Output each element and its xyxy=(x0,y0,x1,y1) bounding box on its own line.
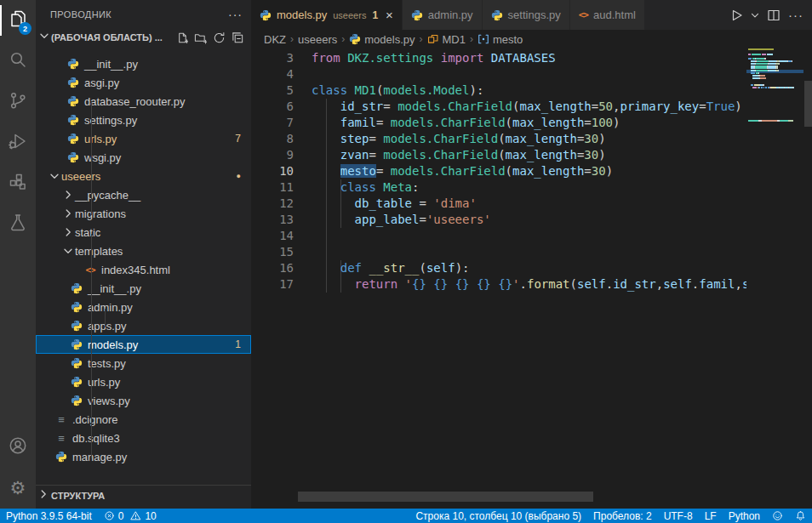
code-line-13: 13 app_label='useeers' xyxy=(251,212,491,228)
tree-item-database_roouter.py[interactable]: database_roouter.py xyxy=(36,92,251,111)
status-feedback[interactable] xyxy=(766,509,789,523)
activity-bar-item-testing[interactable] xyxy=(0,204,36,245)
tree-item-tests.py[interactable]: tests.py xyxy=(36,354,251,372)
status-indentation[interactable]: Пробелов: 2 xyxy=(587,509,658,523)
line-number: 9 xyxy=(251,147,294,163)
tree-item-apps.py[interactable]: apps.py xyxy=(36,316,251,335)
horizontal-scrollbar[interactable] xyxy=(298,492,593,502)
tab-admin.py[interactable]: admin.py xyxy=(403,0,483,30)
breadcrumb-separator: › xyxy=(470,33,473,45)
vertical-scrollbar[interactable] xyxy=(804,81,812,127)
tree-item-label: wsgi.py xyxy=(84,151,121,164)
refresh-icon[interactable] xyxy=(213,31,226,44)
run-python-file-button[interactable] xyxy=(727,5,746,26)
code-text: id_str= models.CharField(max_length=50,p… xyxy=(312,99,742,115)
minimap-line xyxy=(748,58,766,60)
breadcrumb-label: models.py xyxy=(364,33,415,46)
feedback-icon xyxy=(772,510,783,521)
tree-item-__pycache__[interactable]: __pycache__ xyxy=(36,185,251,204)
tab-settings.py[interactable]: settings.py xyxy=(483,0,570,30)
tab-description: useeers xyxy=(333,10,366,20)
error-icon xyxy=(104,510,115,521)
minimap-line xyxy=(748,60,792,62)
activity-bar-item-extensions[interactable] xyxy=(0,163,36,204)
tree-item-index345.html[interactable]: <>index345.html xyxy=(36,260,251,279)
activity-bar-item-explorer[interactable]: 2 xyxy=(0,0,36,41)
tree-item-static[interactable]: static xyxy=(36,223,251,242)
status-problems[interactable]: 010 xyxy=(98,509,163,523)
activity-bar-bottom: ⚙ xyxy=(0,427,36,509)
tree-item-db.sqlite3[interactable]: ≡db.sqlite3 xyxy=(36,429,251,447)
tree-item-manage.py[interactable]: manage.py xyxy=(36,447,251,466)
code-text: return '{} {} {} {} {}'.format(self.id_s… xyxy=(312,276,749,293)
explorer-more-actions-button[interactable]: ··· xyxy=(228,8,243,21)
status-encoding[interactable]: UTF-8 xyxy=(658,509,699,523)
outline-section-header[interactable]: СТРУКТУРА xyxy=(36,485,251,505)
symbol-field-icon xyxy=(477,33,489,45)
minimap-line xyxy=(748,65,778,67)
split-editor-button[interactable] xyxy=(764,5,783,26)
tree-item-templates[interactable]: templates xyxy=(36,242,251,260)
minimap-line xyxy=(748,48,774,50)
tree-item-asgi.py[interactable]: asgi.py xyxy=(36,73,251,92)
tree-item-indexelement[interactable]: ≡indexelement xyxy=(36,47,251,54)
new-file-icon[interactable] xyxy=(175,31,188,44)
activity-badge: 2 xyxy=(19,22,31,35)
collapse-all-icon[interactable] xyxy=(232,31,244,44)
minimap-line xyxy=(748,72,759,74)
status-language-mode[interactable]: Python xyxy=(723,509,766,523)
activity-bar-item-accounts[interactable] xyxy=(0,427,36,468)
activity-bar-item-source-control[interactable] xyxy=(0,82,36,122)
breadcrumb-item-mesto[interactable]: mesto xyxy=(477,33,523,46)
tree-item-.dcignore[interactable]: ≡.dcignore xyxy=(36,410,251,429)
close-icon[interactable]: × xyxy=(386,9,393,21)
python-file-icon xyxy=(66,133,80,145)
status-python-interpreter[interactable]: Python 3.9.5 64-bit xyxy=(0,509,98,523)
tree-item-views.py[interactable]: views.py xyxy=(36,391,251,410)
explorer-title: ПРОВОДНИК xyxy=(50,9,228,20)
workspace-section-header[interactable]: (РАБОЧАЯ ОБЛАСТЬ) ... xyxy=(36,28,251,47)
code-editor[interactable]: 3from DKZ.settings import DATABASES45cla… xyxy=(251,48,812,509)
more-actions-button[interactable]: ··· xyxy=(786,5,805,26)
line-number: 17 xyxy=(251,276,294,293)
tree-item-migrations[interactable]: migrations xyxy=(36,204,251,223)
activity-bar-item-manage[interactable]: ⚙ xyxy=(0,468,36,509)
breadcrumb-item-DKZ[interactable]: DKZ xyxy=(264,33,286,46)
activity-bar-item-search[interactable] xyxy=(0,41,36,82)
code-text: app_label='useeers' xyxy=(312,212,491,228)
tree-item-settings.py[interactable]: settings.py xyxy=(36,111,251,129)
tree-item-__init__.py[interactable]: __init__.py xyxy=(36,279,251,298)
run-dropdown-button[interactable] xyxy=(749,5,761,26)
activity-bar-item-run-and-debug[interactable] xyxy=(0,122,36,163)
breadcrumb-item-models.py[interactable]: models.py xyxy=(349,33,415,46)
testing-icon xyxy=(8,213,28,236)
explorer-header: ПРОВОДНИК ··· xyxy=(36,0,251,28)
tree-item-label: manage.py xyxy=(72,451,127,463)
tab-aud.html[interactable]: <>aud.html xyxy=(570,0,645,30)
tab-models.py[interactable]: models.pyuseeers1× xyxy=(251,0,403,30)
code-text: class MD1(models.Model): xyxy=(312,82,483,99)
status-cursor-position[interactable]: Строка 10, столбец 10 (выбрано 5) xyxy=(409,509,587,523)
line-number: 13 xyxy=(251,212,294,228)
tree-item-wsgi.py[interactable]: wsgi.py xyxy=(36,148,251,167)
minimap-line xyxy=(748,120,793,122)
new-folder-icon[interactable] xyxy=(194,31,207,44)
status-text: Python 3.9.5 64-bit xyxy=(6,510,92,522)
status-eol[interactable]: LF xyxy=(699,509,723,523)
tree-item-label: __pycache__ xyxy=(75,189,140,202)
tree-item-admin.py[interactable]: admin.py xyxy=(36,298,251,316)
tree-item-urls.py[interactable]: urls.py xyxy=(36,372,251,391)
chevron-right-icon xyxy=(61,207,75,220)
breadcrumb-item-useeers[interactable]: useeers xyxy=(298,33,337,46)
minimap[interactable] xyxy=(746,48,803,509)
code-text: step= models.CharField(max_length=30) xyxy=(312,131,606,147)
tree-item-models.py[interactable]: models.py1 xyxy=(36,335,251,354)
python-file-icon xyxy=(66,95,80,107)
tree-item-label: urls.py xyxy=(84,133,117,145)
tree-item-useeers[interactable]: useeers● xyxy=(36,167,251,185)
tree-item-urls.py[interactable]: urls.py7 xyxy=(36,129,251,148)
breadcrumb-item-MD1[interactable]: MD1 xyxy=(427,33,466,46)
status-notifications[interactable] xyxy=(789,509,812,523)
python-file-icon xyxy=(66,151,80,163)
tree-item-__init__.py[interactable]: __init__.py xyxy=(36,54,251,73)
